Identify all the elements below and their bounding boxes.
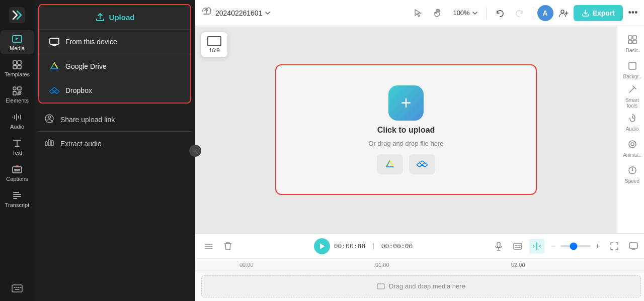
- timeline-zoom-track: − +: [548, 241, 603, 251]
- share-upload-item[interactable]: Share upload link: [34, 108, 195, 131]
- svg-rect-29: [514, 243, 522, 249]
- media-icon: [12, 33, 23, 44]
- dropbox-item[interactable]: Dropbox: [39, 78, 190, 103]
- right-tool-animate[interactable]: Animat..: [620, 137, 645, 161]
- upload-label: Upload: [109, 13, 135, 22]
- transcript-icon: [12, 190, 23, 201]
- topbar-divider-2: [533, 7, 533, 19]
- dropbox-label: Dropbox: [65, 86, 92, 94]
- from-device-item[interactable]: From this device: [39, 30, 190, 54]
- svg-point-27: [631, 170, 633, 171]
- svg-point-25: [631, 143, 634, 146]
- aspect-ratio-selector[interactable]: 16:9: [201, 32, 227, 57]
- pointer-tool-button[interactable]: [409, 4, 427, 22]
- zoom-dropdown-icon: [472, 10, 478, 16]
- drop-zone-icon: [377, 283, 385, 290]
- sidebar-item-transcript[interactable]: Transcript: [0, 187, 34, 211]
- extract-audio-icon: [44, 138, 54, 149]
- google-drive-label: Google Drive: [65, 62, 107, 70]
- microphone-button[interactable]: [491, 239, 506, 254]
- add-user-button[interactable]: [555, 5, 572, 21]
- svg-rect-5: [18, 65, 21, 69]
- timeline-zoom-out-button[interactable]: −: [548, 241, 558, 251]
- smarttools-icon: [628, 85, 637, 96]
- zoom-button[interactable]: 100%: [449, 7, 481, 19]
- google-drive-item[interactable]: Google Drive: [39, 54, 190, 78]
- play-button[interactable]: [314, 238, 330, 254]
- dropbox-icon: [49, 85, 59, 95]
- sidebar-item-templates[interactable]: Templates: [0, 56, 34, 80]
- dropbox-upload-button[interactable]: [409, 154, 435, 174]
- background-icon: [628, 61, 637, 73]
- time-separator: |: [371, 242, 375, 250]
- share-upload-icon: [44, 114, 54, 125]
- sidebar-item-media[interactable]: Media: [0, 30, 34, 54]
- hand-tool-button[interactable]: [429, 4, 447, 22]
- transcript-label: Transcript: [5, 202, 30, 208]
- svg-rect-8: [13, 91, 16, 95]
- document-name[interactable]: 202402261601: [215, 9, 271, 17]
- subtitle-button[interactable]: [510, 239, 525, 254]
- right-tool-audio[interactable]: Audio: [620, 111, 645, 135]
- sidebar-item-captions[interactable]: Captions: [0, 161, 34, 185]
- timeline-zoom-slider[interactable]: [560, 245, 591, 247]
- upload-card-title: Click to upload: [377, 126, 435, 135]
- track-drop-zone[interactable]: Drag and drop media here: [201, 275, 641, 297]
- elements-icon: [12, 85, 23, 96]
- sidebar-item-keyboard[interactable]: [10, 280, 25, 297]
- sidebar-item-text[interactable]: Text: [0, 135, 34, 159]
- more-options-button[interactable]: •••: [625, 5, 641, 21]
- upload-plus-button[interactable]: +: [388, 85, 424, 121]
- drop-zone-label: Drag and drop media here: [389, 282, 465, 290]
- monitor-button[interactable]: [626, 239, 641, 254]
- svg-rect-7: [18, 87, 21, 90]
- svg-rect-23: [629, 62, 636, 69]
- svg-rect-30: [629, 243, 637, 248]
- timeline-zoom-in-button[interactable]: +: [593, 241, 603, 251]
- animate-icon: [628, 140, 637, 151]
- redo-button[interactable]: [511, 4, 529, 22]
- from-device-label: From this device: [65, 38, 117, 46]
- upload-button[interactable]: Upload: [39, 5, 190, 29]
- user-avatar[interactable]: A: [537, 5, 553, 21]
- upload-card-subtitle: Or drag and drop file here: [369, 140, 444, 147]
- fullscreen-button[interactable]: [607, 239, 622, 254]
- right-tool-smarttools[interactable]: Smart tools: [620, 84, 645, 109]
- sidebar-item-elements[interactable]: Elements: [0, 82, 34, 107]
- google-drive-upload-button[interactable]: [377, 154, 403, 174]
- audio-right-icon: [628, 114, 637, 125]
- right-tool-speed[interactable]: Speed: [620, 163, 645, 187]
- svg-rect-28: [497, 242, 500, 247]
- left-sidebar: Media Templates Elements: [0, 0, 34, 301]
- canvas-area: 16:9 + Click to upload Or drag and drop …: [195, 26, 617, 233]
- extract-audio-item[interactable]: Extract audio: [34, 132, 195, 155]
- right-tool-basic[interactable]: Basic: [620, 32, 645, 56]
- current-time-display: 00:00:00 | 00:00:00: [334, 242, 413, 250]
- upload-panel: Upload From this device: [34, 0, 195, 301]
- delete-clip-button[interactable]: [220, 239, 235, 254]
- templates-label: Templates: [5, 71, 30, 77]
- right-tool-background[interactable]: Backgr..: [620, 58, 645, 82]
- logo-button[interactable]: [6, 4, 28, 26]
- sidebar-item-audio[interactable]: Audio: [0, 109, 34, 133]
- upload-menu: Upload From this device: [38, 4, 191, 104]
- speed-icon: [628, 166, 637, 177]
- split-tool-button[interactable]: [529, 239, 544, 254]
- export-button[interactable]: Export: [574, 5, 623, 21]
- keyboard-icon: [12, 283, 23, 294]
- dropdown-icon: [264, 10, 271, 17]
- text-icon: [12, 138, 23, 149]
- timeline-track: Drag and drop media here: [195, 271, 644, 301]
- export-icon: [582, 9, 590, 17]
- svg-point-6: [13, 87, 16, 90]
- trim-tool-button[interactable]: [201, 239, 216, 254]
- upload-card[interactable]: + Click to upload Or drag and drop file …: [275, 64, 537, 195]
- ruler-mark-1: 01:00: [375, 262, 389, 268]
- share-upload-label: Share upload link: [60, 116, 115, 124]
- undo-button[interactable]: [491, 4, 509, 22]
- svg-rect-31: [377, 284, 384, 289]
- panel-collapse-arrow[interactable]: ‹: [189, 145, 201, 157]
- svg-rect-19: [628, 36, 632, 39]
- topbar-divider: [486, 7, 487, 19]
- svg-point-18: [561, 10, 564, 13]
